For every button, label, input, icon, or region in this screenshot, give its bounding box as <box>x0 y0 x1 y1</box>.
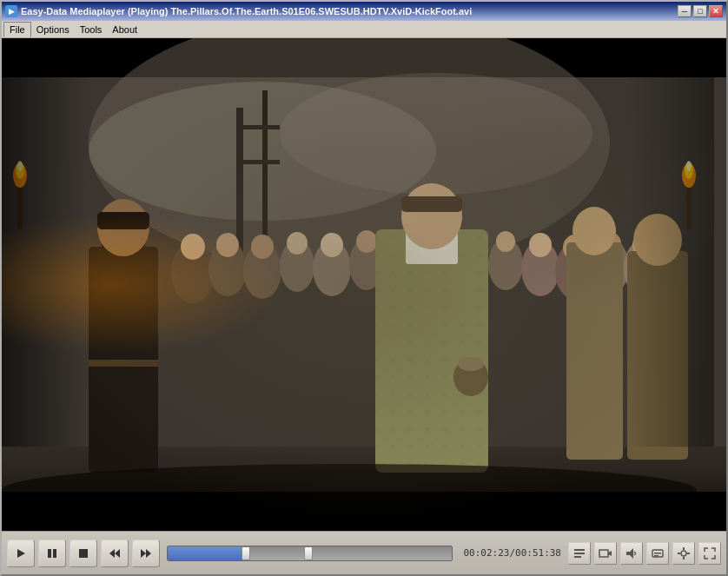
menu-file[interactable]: File <box>3 22 31 37</box>
pause-icon <box>46 547 58 559</box>
restore-button[interactable]: □ <box>693 5 707 17</box>
next-button[interactable] <box>132 540 160 567</box>
menu-about[interactable]: About <box>107 23 142 36</box>
time-current: 00:02:23 <box>463 547 509 559</box>
svg-marker-78 <box>626 548 633 559</box>
app-icon: ▶ <box>5 5 17 17</box>
time-display: 00:02:23/00:51:38 <box>460 547 565 559</box>
title-bar: ▶ Easy-Data Mediaplayer (Playing) The.Pi… <box>2 2 726 21</box>
audio-icon <box>625 546 639 560</box>
scene-overlay <box>2 38 726 531</box>
playlist-button[interactable] <box>568 542 591 565</box>
time-total: 00:51:38 <box>515 547 561 559</box>
prev-icon <box>109 547 121 559</box>
svg-rect-86 <box>687 553 690 554</box>
svg-marker-69 <box>109 549 115 558</box>
svg-rect-67 <box>53 549 56 558</box>
svg-rect-75 <box>574 556 581 558</box>
svg-rect-85 <box>678 553 680 554</box>
video-area[interactable] <box>2 38 726 531</box>
svg-marker-72 <box>146 549 151 558</box>
svg-rect-81 <box>654 555 659 557</box>
prev-button[interactable] <box>101 540 129 567</box>
subtitles-icon <box>651 546 665 560</box>
window-title: Easy-Data Mediaplayer (Playing) The.Pill… <box>21 6 472 17</box>
menu-options[interactable]: Options <box>31 23 75 36</box>
svg-rect-80 <box>654 553 661 554</box>
settings-icon <box>677 546 691 560</box>
main-window: ▶ Easy-Data Mediaplayer (Playing) The.Pi… <box>0 0 728 576</box>
close-button[interactable]: ✕ <box>709 5 723 17</box>
svg-rect-76 <box>599 550 608 557</box>
video-settings-button[interactable] <box>594 542 617 565</box>
next-icon <box>140 547 152 559</box>
stop-icon <box>77 547 89 559</box>
svg-rect-68 <box>79 549 88 558</box>
minimize-button[interactable]: ─ <box>678 5 692 17</box>
audio-button[interactable] <box>620 542 643 565</box>
play-icon <box>15 547 27 559</box>
svg-rect-66 <box>48 549 51 558</box>
subtitles-button[interactable] <box>646 542 669 565</box>
svg-marker-70 <box>115 549 120 558</box>
playlist-icon <box>572 546 586 560</box>
pause-button[interactable] <box>38 540 66 567</box>
svg-rect-73 <box>574 549 585 551</box>
menu-tools[interactable]: Tools <box>75 23 108 36</box>
title-bar-left: ▶ Easy-Data Mediaplayer (Playing) The.Pi… <box>5 5 472 17</box>
seek-bar-fill <box>168 546 244 560</box>
seek-handle-alt[interactable] <box>304 546 313 560</box>
play-button[interactable] <box>7 540 35 567</box>
svg-marker-65 <box>17 549 25 558</box>
svg-rect-84 <box>683 557 685 559</box>
svg-rect-83 <box>683 547 685 550</box>
video-icon <box>599 546 612 560</box>
stop-button[interactable] <box>69 540 97 567</box>
seek-bar[interactable] <box>167 546 453 561</box>
svg-rect-74 <box>574 553 585 554</box>
seek-handle-current[interactable] <box>242 546 250 560</box>
svg-point-82 <box>681 551 686 556</box>
fullscreen-icon <box>703 546 717 560</box>
menu-bar: File Options Tools About <box>2 21 726 38</box>
controls-bar: 00:02:23/00:51:38 <box>2 531 726 574</box>
fullscreen-button[interactable] <box>698 542 721 565</box>
window-controls: ─ □ ✕ <box>678 5 723 17</box>
svg-marker-71 <box>141 549 146 558</box>
settings-button[interactable] <box>672 542 695 565</box>
